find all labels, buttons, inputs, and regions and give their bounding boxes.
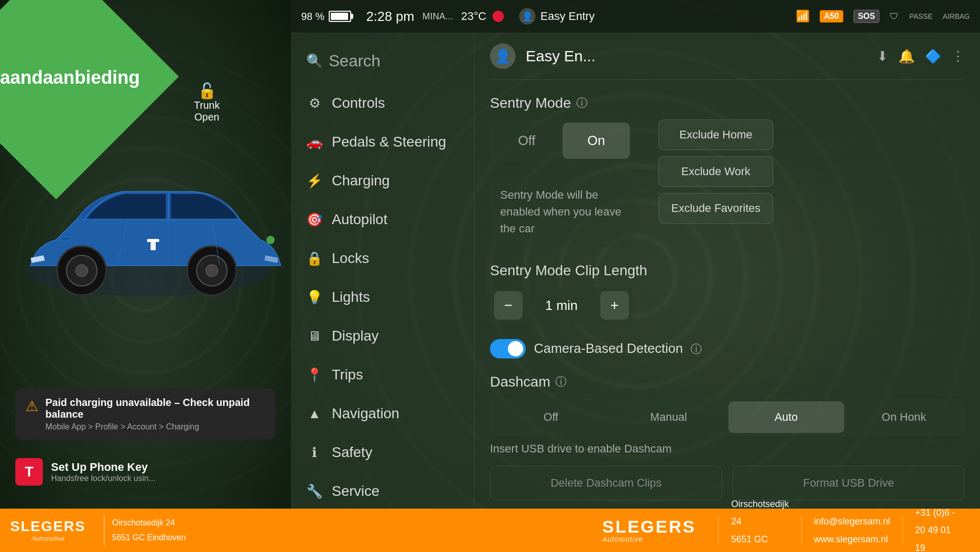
safety-label: Safety [332,444,372,461]
lights-icon: 💡 [306,290,323,305]
battery-bar [329,11,351,22]
sos-badge: SOS [853,10,880,23]
location-text: MINA... [423,11,453,22]
sentry-off-button[interactable]: Off [493,123,560,159]
svg-point-11 [266,236,275,244]
nav-item-pedals[interactable]: 🚗 Pedals & Steering [291,123,474,161]
exclude-favorites-button[interactable]: Exclude Favorites [658,193,773,224]
battery-percentage: 98 % [301,11,325,22]
notif-subtitle: Mobile App > Profile > Account > Chargin… [45,422,265,431]
svg-point-4 [76,265,88,277]
toggle-thumb [508,341,523,356]
controls-icon: ⚙ [306,95,323,111]
settings-profile-actions: ⬇ 🔔 🔷 ⋮ [877,49,965,64]
dealer-subname: Automotive [602,535,643,543]
nav-item-trips[interactable]: 📍 Trips [291,355,474,394]
autopilot-icon: 🎯 [306,212,323,228]
dashcam-section: Dashcam ⓘ Off Manual Auto On Honk Insert… [490,374,965,500]
download-icon[interactable]: ⬇ [877,49,888,64]
dealer-street: Oirschotsedijk 24 [731,499,789,526]
left-panel: Maandaanbieding 0 KM/H ED 🔓 TrunkOpen [0,0,291,552]
bluetooth-icon[interactable]: 🔷 [925,49,941,64]
dashcam-toggle[interactable]: Off Manual Auto On Honk [490,398,965,436]
autopilot-label: Autopilot [332,211,387,228]
nav-item-safety[interactable]: ℹ Safety [291,433,474,472]
nav-item-display[interactable]: 🖥 Display [291,317,474,355]
nav-item-locks[interactable]: 🔒 Locks [291,239,474,278]
nav-item-navigation[interactable]: ▲ Navigation [291,394,474,433]
dealer-logo: SLEGERS Automotive [602,518,696,543]
nav-item-charging[interactable]: ⚡ Charging [291,161,474,200]
sentry-title-text: Sentry Mode [490,95,571,111]
settings-profile-avatar: 👤 [490,43,516,69]
display-icon: 🖥 [306,328,323,344]
clock: 2:28 pm [366,9,414,25]
exclude-buttons: Exclude Home Exclude Work Exclude Favori… [658,119,773,224]
dealer-phone: +31 (0)6 - 20 49 01 19 [915,504,960,552]
svg-point-7 [206,265,218,277]
left-dealer-subname: Automotive [31,535,64,542]
search-icon: 🔍 [306,53,323,69]
camera-label-text: Camera-Based Detection [534,341,683,356]
warning-icon: ⚠ [26,398,38,415]
profile-area[interactable]: 👤 Easy Entry [519,8,595,25]
sentry-info-text: Sentry Mode will be enabled when you lea… [490,176,633,247]
sentry-toggle[interactable]: Off On [490,119,633,162]
left-dealer-logo: SLEGERS Automotive [0,518,96,542]
more-icon[interactable]: ⋮ [951,49,965,64]
dealer-city: 5651 GC Eindhoven [731,534,774,553]
notification-text: Paid charging unavailable – Check unpaid… [45,397,265,431]
dashcam-info-icon[interactable]: ⓘ [555,374,567,390]
nav-item-controls[interactable]: ⚙ Controls [291,84,474,123]
sentry-info-icon[interactable]: ⓘ [576,95,587,111]
left-dealer-info: Oirschotsedijk 24 5651 GC Eindhoven [112,516,186,545]
bell-icon[interactable]: 🔔 [898,49,915,64]
dashcam-off-button[interactable]: Off [493,401,609,433]
wifi-icon: 📶 [796,10,810,23]
dealer-separator-3 [902,516,903,544]
profile-icon: 👤 [519,8,535,25]
dealer-separator-2 [801,516,802,544]
a50-badge: A50 [820,10,843,22]
sentry-on-button[interactable]: On [562,123,630,159]
sentry-row: Off On Sentry Mode will be enabled when … [490,119,965,247]
status-bar: 98 % 2:28 pm MINA... 23°C 👤 Easy Entry 📶… [291,0,980,33]
dashcam-onhonk-button[interactable]: On Honk [846,401,962,433]
nav-panel: 🔍 Search ⚙ Controls 🚗 Pedals & Steering … [291,33,475,509]
dealer-separator [718,516,719,544]
exclude-home-button[interactable]: Exclude Home [658,119,773,150]
dashcam-auto-button[interactable]: Auto [728,401,844,433]
dashcam-manual-button[interactable]: Manual [611,401,727,433]
nav-item-service[interactable]: 🔧 Service [291,472,474,511]
delete-clips-button[interactable]: Delete Dashcam Clips [490,466,722,500]
clip-plus-button[interactable]: + [600,291,629,320]
camera-info-icon[interactable]: ⓘ [691,343,702,355]
charging-notification: ⚠ Paid charging unavailable – Check unpa… [15,389,276,440]
svg-rect-13 [151,242,156,250]
dealer-address: Oirschotsedijk 24 5651 GC Eindhoven [731,495,789,552]
pedals-label: Pedals & Steering [332,134,446,150]
controls-label: Controls [332,95,385,111]
tesla-logo: T [15,458,43,486]
trips-icon: 📍 [306,367,323,383]
locks-icon: 🔒 [306,251,323,267]
left-dealer-name: SLEGERS [10,518,86,535]
clip-minus-button[interactable]: − [494,291,523,320]
camera-detection-row: Camera-Based Detection ⓘ [490,339,965,358]
right-panel: 98 % 2:28 pm MINA... 23°C 👤 Easy Entry 📶… [291,0,980,552]
charging-label: Charging [332,173,390,189]
left-dealer-address: Oirschotsedijk 24 [112,518,175,527]
bottom-dealer-banner: SLEGERS Automotive Oirschotsedijk 24 565… [582,509,980,552]
nav-item-autopilot[interactable]: 🎯 Autopilot [291,200,474,239]
clip-value: 1 min [545,298,578,314]
exclude-work-button[interactable]: Exclude Work [658,156,773,187]
camera-toggle[interactable] [490,339,526,358]
lights-label: Lights [332,289,370,305]
search-bar[interactable]: 🔍 Search [291,43,474,79]
sentry-mode-title: Sentry Mode ⓘ [490,95,965,111]
locks-label: Locks [332,250,369,267]
pedals-icon: 🚗 [306,134,323,150]
battery-fill [331,13,348,20]
settings-profile-header: 👤 Easy En... ⬇ 🔔 🔷 ⋮ [490,33,965,80]
nav-item-lights[interactable]: 💡 Lights [291,278,474,317]
